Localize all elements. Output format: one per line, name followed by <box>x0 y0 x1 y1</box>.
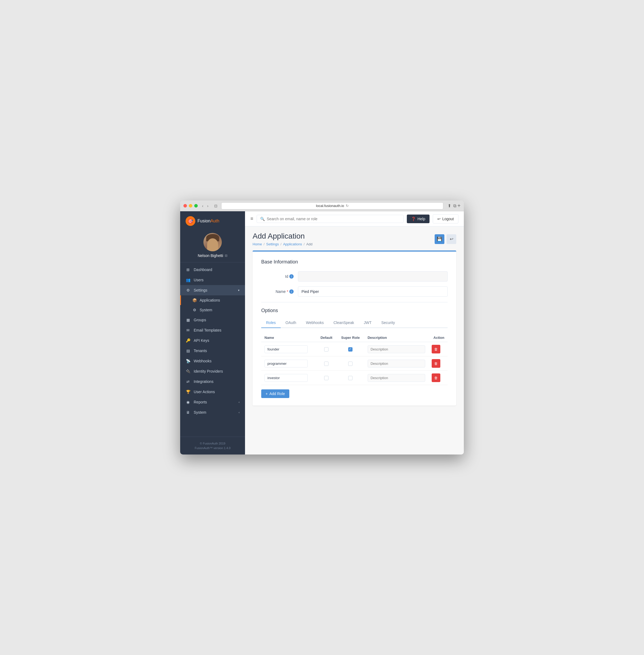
right-panel: ≡ 🔍 ❓ Help ↩ Logout A <box>245 211 464 454</box>
add-role-button[interactable]: + Add Role <box>261 389 289 398</box>
breadcrumb-applications[interactable]: Applications <box>283 242 302 246</box>
sidebar-item-email-templates[interactable]: ✉ Email Templates <box>180 325 245 335</box>
sidebar-item-system-main[interactable]: 🖥 System ‹ <box>180 407 245 417</box>
user-card-icon: ⊟ <box>225 254 227 257</box>
id-input[interactable] <box>298 271 447 281</box>
sidebar-item-api-keys[interactable]: 🔑 API Keys <box>180 335 245 346</box>
col-name: Name <box>261 334 316 342</box>
content-body: Base Information Id i Name <box>245 250 464 413</box>
sidebar-item-users[interactable]: 👥 Users <box>180 275 245 285</box>
content-header: Add Application Home / Settings / Applic… <box>245 226 464 250</box>
form-card: Base Information Id i Name <box>253 250 456 406</box>
sidebar-item-label-identity-providers: Identity Providers <box>194 369 223 374</box>
duplicate-icon[interactable]: ⧉ <box>453 203 456 208</box>
menu-button[interactable]: ≡ <box>250 216 253 222</box>
search-icon: 🔍 <box>260 217 265 221</box>
tab-jwt[interactable]: JWT <box>359 318 376 328</box>
default-checkbox-founder[interactable] <box>324 347 328 352</box>
sidebar-item-user-actions[interactable]: 🏆 User Actions <box>180 387 245 397</box>
action-cell-investor: 🗑 <box>429 371 447 385</box>
sidebar-item-settings[interactable]: ⚙ Settings ▾ <box>180 285 245 295</box>
tab-oauth[interactable]: OAuth <box>281 318 301 328</box>
logout-button[interactable]: ↩ Logout <box>433 214 458 224</box>
sidebar-item-label-user-actions: User Actions <box>194 390 215 394</box>
main-content: Add Application Home / Settings / Applic… <box>245 226 464 454</box>
default-checkbox-investor[interactable] <box>324 376 328 380</box>
delete-button-programmer[interactable]: 🗑 <box>432 359 440 368</box>
sidebar-toggle[interactable]: ⊡ <box>213 203 219 209</box>
default-cell-programmer <box>316 356 337 371</box>
description-input-programmer[interactable] <box>368 360 425 367</box>
sidebar-item-groups[interactable]: ▦ Groups <box>180 315 245 325</box>
sidebar-item-applications[interactable]: 📦 Applications <box>180 295 245 305</box>
user-name-row: Nelson Bighetti ⊟ <box>198 253 227 258</box>
save-button[interactable]: 💾 <box>435 234 444 244</box>
settings-chevron-icon: ▾ <box>238 289 239 292</box>
super-role-checkbox-programmer[interactable] <box>348 362 352 366</box>
role-name-input-investor[interactable] <box>264 374 308 382</box>
email-templates-icon: ✉ <box>186 328 190 332</box>
name-info-icon[interactable]: i <box>289 289 294 294</box>
divider <box>261 302 447 302</box>
back-button[interactable]: ↩ <box>446 234 456 244</box>
back-arrow[interactable]: ‹ <box>201 203 205 209</box>
description-cell-programmer <box>364 356 429 371</box>
description-input-investor[interactable] <box>368 374 425 382</box>
sidebar: 🎯 FusionAuth Nelson Bighetti ⊟ <box>180 211 245 454</box>
trash-icon-founder: 🗑 <box>434 347 438 351</box>
maximize-button[interactable] <box>194 204 198 207</box>
super-role-cell-programmer <box>337 356 364 371</box>
tab-security[interactable]: Security <box>376 318 400 328</box>
minimize-button[interactable] <box>189 204 192 207</box>
api-keys-icon: 🔑 <box>186 338 190 343</box>
url-bar[interactable]: local.fusionauth.io ↻ <box>221 202 443 209</box>
description-input-founder[interactable] <box>368 345 425 353</box>
user-profile: Nelson Bighetti ⊟ <box>180 229 245 263</box>
help-button[interactable]: ❓ Help <box>407 214 430 223</box>
sidebar-item-label-system-sub: System <box>200 308 212 312</box>
name-input[interactable] <box>298 287 447 297</box>
help-icon: ❓ <box>411 217 416 221</box>
tenants-icon: ▤ <box>186 348 190 353</box>
table-row: 🗑 <box>261 342 447 356</box>
sidebar-item-dashboard[interactable]: ⊞ Dashboard <box>180 265 245 275</box>
close-button[interactable] <box>183 204 187 207</box>
role-name-cell-founder <box>261 342 316 356</box>
search-input[interactable] <box>267 217 400 221</box>
breadcrumb: Home / Settings / Applications / Add <box>253 242 313 246</box>
topbar: ≡ 🔍 ❓ Help ↩ Logout <box>245 211 464 226</box>
sidebar-item-identity-providers[interactable]: 🔌 Identity Providers <box>180 366 245 377</box>
dashboard-icon: ⊞ <box>186 268 190 272</box>
users-icon: 👥 <box>186 278 190 282</box>
col-super-role: Super Role <box>337 334 364 342</box>
delete-button-investor[interactable]: 🗑 <box>432 374 440 382</box>
new-tab-button[interactable]: + <box>457 203 461 209</box>
system-main-chevron-icon: ‹ <box>238 411 239 414</box>
sidebar-item-webhooks[interactable]: 📡 Webhooks <box>180 356 245 366</box>
sidebar-item-label-system-main: System <box>194 410 206 414</box>
id-info-icon[interactable]: i <box>289 274 294 278</box>
page-title: Add Application <box>253 232 313 241</box>
tab-cleanspeak[interactable]: CleanSpeak <box>328 318 359 328</box>
super-role-checkbox-investor[interactable] <box>348 376 352 380</box>
sidebar-item-tenants[interactable]: ▤ Tenants <box>180 346 245 356</box>
sidebar-item-system-sub[interactable]: ⚙ System <box>180 305 245 315</box>
tab-webhooks[interactable]: Webhooks <box>301 318 329 328</box>
user-actions-icon: 🏆 <box>186 390 190 394</box>
breadcrumb-settings[interactable]: Settings <box>266 242 279 246</box>
default-checkbox-programmer[interactable] <box>324 362 328 366</box>
webhooks-icon: 📡 <box>186 359 190 363</box>
role-name-input-programmer[interactable] <box>264 360 308 367</box>
sidebar-item-label-integrations: Integrations <box>194 379 213 384</box>
super-role-checkbox-founder[interactable] <box>348 347 352 352</box>
delete-button-founder[interactable]: 🗑 <box>432 345 440 354</box>
share-icon[interactable]: ⬆ <box>447 203 451 208</box>
header-left: Add Application Home / Settings / Applic… <box>253 232 313 246</box>
role-name-input-founder[interactable] <box>264 345 308 353</box>
col-default: Default <box>316 334 337 342</box>
breadcrumb-home[interactable]: Home <box>253 242 262 246</box>
tab-roles[interactable]: Roles <box>261 318 281 328</box>
sidebar-item-integrations[interactable]: ⇄ Integrations <box>180 377 245 387</box>
sidebar-item-reports[interactable]: ◉ Reports ‹ <box>180 397 245 407</box>
forward-arrow[interactable]: › <box>206 203 210 209</box>
